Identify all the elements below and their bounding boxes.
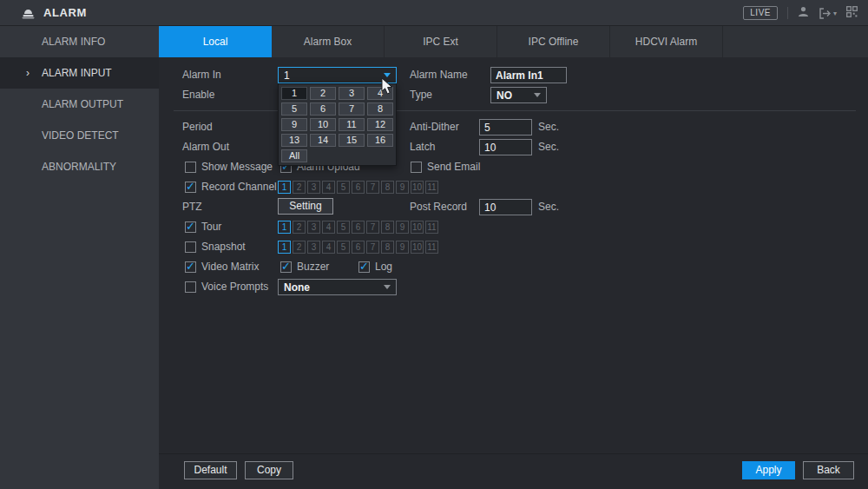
section-divider — [174, 110, 856, 111]
type-value: NO — [496, 89, 534, 102]
channel-box-2[interactable]: 2 — [293, 221, 306, 234]
alarm-in-option-14[interactable]: 14 — [310, 134, 336, 147]
show-message-checkbox[interactable]: Show Message — [185, 161, 273, 173]
channel-box-2[interactable]: 2 — [293, 241, 306, 254]
sidebar-item-alarm-info[interactable]: ›ALARM INFO — [0, 26, 159, 57]
type-label: Type — [410, 87, 432, 102]
channel-box-9[interactable]: 9 — [396, 181, 409, 194]
channel-box-11[interactable]: 11 — [425, 221, 438, 234]
channel-box-10[interactable]: 10 — [411, 181, 424, 194]
channel-box-5[interactable]: 5 — [337, 241, 350, 254]
send-email-checkbox[interactable]: Send Email — [411, 161, 480, 173]
post-record-input[interactable] — [479, 199, 532, 215]
alarm-in-option-15[interactable]: 15 — [339, 134, 365, 147]
tour-checkbox[interactable]: Tour — [185, 221, 221, 233]
channel-box-4[interactable]: 4 — [322, 221, 335, 234]
channel-box-11[interactable]: 11 — [425, 181, 438, 194]
topbar-separator — [787, 7, 788, 19]
channel-box-5[interactable]: 5 — [337, 181, 350, 194]
channel-box-9[interactable]: 9 — [396, 241, 409, 254]
sidebar-item-video-detect[interactable]: ›VIDEO DETECT — [0, 120, 159, 151]
logout-icon[interactable]: ▾ — [819, 8, 837, 19]
type-dropdown[interactable]: NO — [490, 87, 547, 103]
anti-dither-input[interactable] — [479, 119, 532, 135]
channel-box-6[interactable]: 6 — [352, 241, 365, 254]
alarm-in-option-6[interactable]: 6 — [310, 102, 336, 116]
alarm-in-option-all[interactable]: All — [281, 149, 307, 162]
checkbox-box — [185, 261, 196, 273]
alarm-in-option-11[interactable]: 11 — [339, 118, 365, 131]
sidebar-item-alarm-output[interactable]: ›ALARM OUTPUT — [0, 89, 159, 120]
alarm-in-dropdown[interactable]: 1 — [278, 67, 397, 83]
alarm-in-option-2[interactable]: 2 — [310, 87, 336, 100]
voice-prompts-label: Voice Prompts — [201, 281, 268, 293]
alarm-in-option-8[interactable]: 8 — [367, 102, 393, 116]
chevron-down-icon — [534, 93, 541, 97]
page-title: ALARM — [43, 6, 87, 19]
buzzer-label: Buzzer — [297, 261, 329, 273]
snapshot-checkbox[interactable]: Snapshot — [185, 241, 246, 253]
channel-box-7[interactable]: 7 — [366, 221, 379, 234]
live-button[interactable]: LIVE — [743, 6, 778, 20]
alarm-in-option-16[interactable]: 16 — [367, 134, 393, 147]
channel-box-4[interactable]: 4 — [322, 181, 335, 194]
alarm-in-option-9[interactable]: 9 — [281, 118, 307, 131]
default-button[interactable]: Default — [184, 461, 237, 479]
alarm-in-option-12[interactable]: 12 — [367, 118, 393, 131]
copy-button[interactable]: Copy — [245, 461, 293, 479]
tab-hdcvi-alarm[interactable]: HDCVI Alarm — [610, 26, 723, 57]
channel-box-1[interactable]: 1 — [278, 181, 291, 194]
channel-box-7[interactable]: 7 — [366, 241, 379, 254]
channel-box-7[interactable]: 7 — [366, 181, 379, 194]
channel-box-6[interactable]: 6 — [352, 221, 365, 234]
alarm-name-input[interactable] — [490, 67, 567, 83]
channel-box-6[interactable]: 6 — [352, 181, 365, 194]
channel-box-3[interactable]: 3 — [307, 221, 320, 234]
alarm-in-option-5[interactable]: 5 — [281, 102, 307, 116]
video-matrix-checkbox[interactable]: Video Matrix — [185, 261, 259, 273]
alarm-in-option-3[interactable]: 3 — [339, 87, 365, 100]
channel-box-8[interactable]: 8 — [381, 181, 394, 194]
log-checkbox[interactable]: Log — [358, 261, 392, 273]
channel-box-3[interactable]: 3 — [307, 181, 320, 194]
alarm-in-option-10[interactable]: 10 — [310, 118, 336, 131]
buzzer-checkbox[interactable]: Buzzer — [280, 261, 329, 273]
channel-box-10[interactable]: 10 — [411, 241, 424, 254]
channel-box-9[interactable]: 9 — [396, 221, 409, 234]
active-arrow-icon: › — [26, 67, 30, 79]
channel-box-1[interactable]: 1 — [278, 241, 291, 254]
voice-prompts-checkbox[interactable]: Voice Prompts — [185, 281, 268, 293]
voice-prompts-dropdown[interactable]: None — [278, 279, 397, 295]
snapshot-channel-boxes: 1234567891011 — [278, 241, 438, 254]
channel-box-8[interactable]: 8 — [381, 241, 394, 254]
record-channel-checkbox[interactable]: Record Channel — [185, 181, 277, 193]
back-button[interactable]: Back — [803, 461, 854, 479]
sidebar-item-abnormality[interactable]: ›ABNORMALITY — [0, 151, 159, 182]
ptz-setting-button[interactable]: Setting — [278, 198, 333, 215]
tab-ipc-offline[interactable]: IPC Offline — [497, 26, 610, 57]
sidebar-item-label: ABNORMALITY — [42, 161, 116, 173]
channel-box-8[interactable]: 8 — [381, 221, 394, 234]
alarm-in-option-7[interactable]: 7 — [339, 102, 365, 116]
latch-label: Latch — [410, 139, 435, 155]
tab-alarm-box[interactable]: Alarm Box — [272, 26, 385, 57]
ptz-label: PTZ — [182, 199, 202, 215]
tab-local[interactable]: Local — [159, 26, 272, 57]
sidebar-item-alarm-input[interactable]: ›ALARM INPUT — [0, 57, 159, 89]
channel-box-1[interactable]: 1 — [278, 221, 291, 234]
alarm-in-option-1[interactable]: 1 — [281, 87, 307, 100]
channel-box-4[interactable]: 4 — [322, 241, 335, 254]
alarm-in-option-13[interactable]: 13 — [281, 134, 307, 147]
channel-box-3[interactable]: 3 — [307, 241, 320, 254]
channel-box-11[interactable]: 11 — [425, 241, 438, 254]
latch-input[interactable] — [479, 139, 532, 155]
user-icon[interactable] — [798, 6, 809, 20]
channel-box-10[interactable]: 10 — [411, 221, 424, 234]
channel-box-2[interactable]: 2 — [293, 181, 306, 194]
channel-box-5[interactable]: 5 — [337, 221, 350, 234]
period-label: Period — [182, 119, 213, 135]
apply-button[interactable]: Apply — [742, 461, 795, 479]
tour-channel-boxes: 1234567891011 — [278, 221, 438, 234]
qr-code-icon[interactable] — [846, 6, 858, 20]
tab-ipc-ext[interactable]: IPC Ext — [385, 26, 497, 57]
